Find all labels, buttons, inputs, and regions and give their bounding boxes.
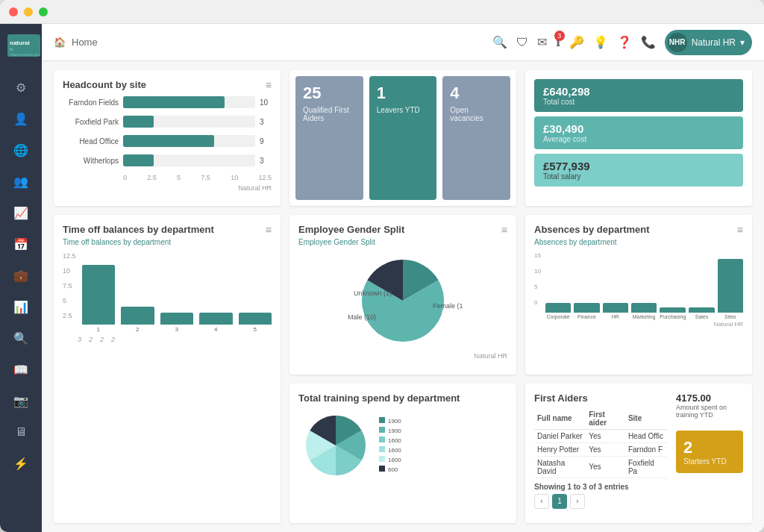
- bar-label: Farndon Fields: [63, 98, 119, 107]
- table-row: Daniel Parker Yes Head Offic: [534, 429, 667, 442]
- prev-page-button[interactable]: ‹: [534, 494, 549, 509]
- total-cost-label: Total cost: [543, 98, 734, 106]
- minimize-button[interactable]: [24, 7, 33, 16]
- gender-card: ≡ Employee Gender Split Employee Gender …: [289, 215, 516, 374]
- bulb-nav-icon[interactable]: 💡: [593, 35, 608, 49]
- hierarchy-icon[interactable]: ⚡: [7, 450, 34, 477]
- gender-title: Employee Gender Split: [298, 224, 507, 235]
- info-badge: 3: [554, 31, 565, 41]
- page-1-button[interactable]: 1: [552, 494, 567, 509]
- user-menu[interactable]: NHR Natural HR ▾: [665, 30, 752, 55]
- chart-axis: 02.557.51012.5: [123, 174, 272, 181]
- monitor-icon[interactable]: 🖥: [7, 419, 34, 445]
- bar-container: [123, 96, 255, 108]
- maximize-button[interactable]: [39, 7, 48, 16]
- col-firstaider: First aider: [586, 408, 625, 430]
- absences-menu-icon[interactable]: ≡: [737, 224, 743, 236]
- email-nav-icon[interactable]: ✉: [537, 35, 547, 49]
- vbar-col: Marketing: [631, 303, 657, 319]
- timeoff-menu-icon[interactable]: ≡: [266, 224, 272, 236]
- legend-item: 1900: [379, 417, 401, 425]
- vbar: [574, 303, 599, 313]
- vbar: [603, 303, 628, 313]
- bar-label: Head Office: [63, 137, 119, 145]
- timeoff-card: ≡ Time off balances by department Time o…: [54, 215, 281, 523]
- col-fullname: Full name: [534, 408, 586, 430]
- vbar: [239, 313, 272, 325]
- cell-name: Daniel Parker: [534, 429, 586, 442]
- vbar-label: HR: [612, 314, 619, 319]
- svg-text:hr: hr: [10, 47, 13, 51]
- camera-icon[interactable]: 📷: [7, 387, 34, 414]
- gender-menu-icon[interactable]: ≡: [501, 224, 507, 236]
- titlebar: [0, 0, 764, 24]
- bar-row: Head Office 9: [63, 135, 272, 147]
- person-icon[interactable]: 👤: [7, 105, 34, 132]
- legend-item: 1600: [379, 456, 401, 463]
- cell-site: Farndon F: [625, 442, 667, 456]
- headcount-bar-chart: Farndon Fields 10 Foxfield Park 3: [63, 96, 272, 192]
- vbar-label: Marketing: [633, 314, 656, 319]
- stat-number: 4: [450, 84, 459, 103]
- vbar: [660, 307, 686, 313]
- pagination: ‹ 1 ›: [534, 494, 667, 509]
- training-ytd-label: Amount spent on training YTD: [676, 404, 743, 419]
- total-cost-box: £640,298 Total cost: [534, 79, 743, 112]
- headcount-menu-icon[interactable]: ≡: [266, 79, 272, 91]
- bar-value: 10: [260, 98, 272, 107]
- bar-container: [123, 154, 255, 166]
- training-card: Total training spend by department: [289, 384, 516, 523]
- timeoff-subtitle: Time off balances by department: [63, 238, 272, 246]
- shield-nav-icon[interactable]: 🛡: [516, 36, 528, 49]
- training-title: Total training spend by department: [298, 392, 507, 404]
- app-window: natural hr TRANSFORMING BUSINESS ⚙ 👤 🌐 👥…: [0, 0, 764, 532]
- chart-line-icon[interactable]: 📈: [7, 199, 34, 226]
- vbar-label: Purchasing: [660, 314, 686, 319]
- bar-container: [123, 116, 255, 128]
- cell-site: Head Offic: [625, 429, 667, 442]
- starters-label: Starters YTD: [683, 457, 736, 466]
- gender-source: Natural HR: [298, 352, 507, 360]
- key-nav-icon[interactable]: 🔑: [569, 35, 584, 49]
- bar-label: Witherlops: [63, 157, 119, 165]
- user-avatar: NHR: [668, 33, 687, 52]
- vbar-col: Sites: [718, 259, 743, 319]
- avg-cost-label: Average cost: [543, 135, 734, 143]
- help-nav-icon[interactable]: ❓: [617, 35, 632, 49]
- bar-chart-icon[interactable]: 📊: [7, 293, 34, 320]
- vbar: [82, 265, 116, 325]
- users-icon[interactable]: 👥: [7, 168, 34, 195]
- info-nav-icon[interactable]: ℹ 3: [556, 35, 560, 49]
- chart-source: Natural HR: [63, 184, 272, 192]
- vbar: [631, 303, 657, 313]
- next-page-button[interactable]: ›: [570, 494, 585, 509]
- vbar-col: Finance: [574, 303, 599, 319]
- vbar: [718, 259, 743, 313]
- sidebar: natural hr TRANSFORMING BUSINESS ⚙ 👤 🌐 👥…: [0, 24, 42, 532]
- book-icon[interactable]: 📖: [7, 356, 34, 383]
- cell-name: Natasha David: [534, 456, 586, 478]
- chevron-down-icon: ▾: [740, 37, 745, 48]
- search-icon[interactable]: 🔍: [7, 325, 34, 351]
- briefcase-icon[interactable]: 💼: [7, 262, 34, 289]
- bar-fill: [123, 116, 154, 128]
- search-nav-icon[interactable]: 🔍: [492, 35, 507, 49]
- close-button[interactable]: [9, 7, 18, 16]
- absences-card: ≡ Absences by department Absences by dep…: [525, 215, 752, 374]
- open-vacancies-stat: 4 Openvacancies: [442, 76, 510, 200]
- training-ytd-amount: 4175.00: [676, 392, 743, 404]
- phone-nav-icon[interactable]: 📞: [641, 35, 656, 49]
- vbar-label: Corporate: [547, 314, 570, 319]
- legend-item: 1900: [379, 427, 401, 434]
- topnav-icons: 🔍 🛡 ✉ ℹ 3 🔑 💡 ❓ 📞 NHR Natu: [492, 30, 752, 55]
- calendar-icon[interactable]: 📅: [7, 231, 34, 257]
- firstaiders-table: Full name First aider Site Daniel Parker…: [534, 408, 667, 478]
- table-row: Natasha David Yes Foxfield Pa: [534, 456, 667, 478]
- settings-icon[interactable]: ⚙: [7, 74, 34, 101]
- svg-text:Unknown (1): Unknown (1): [354, 290, 392, 297]
- legend-item: 600: [379, 466, 401, 473]
- globe-icon[interactable]: 🌐: [7, 137, 34, 163]
- topnav: 🏠 Home 🔍 🛡 ✉ ℹ 3 🔑 💡 ❓ 📞: [42, 24, 764, 61]
- timeoff-values-label: 3 2 2 2: [78, 336, 272, 343]
- training-container: 1900 1900 1600 1600 1600 600: [298, 408, 507, 483]
